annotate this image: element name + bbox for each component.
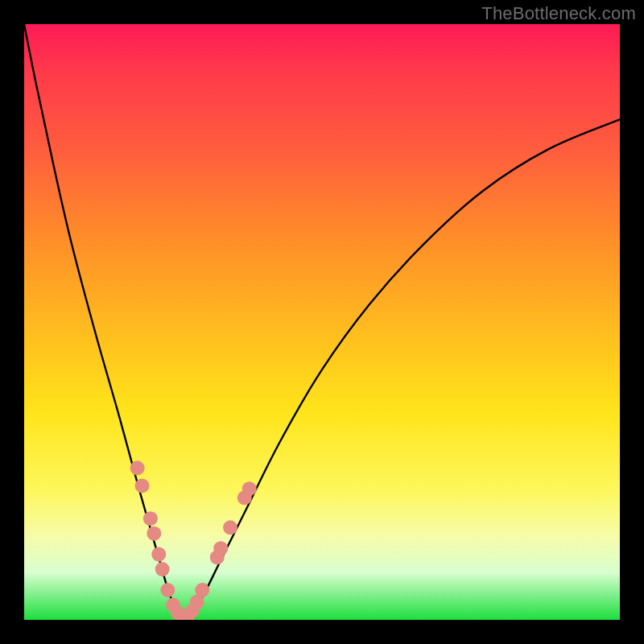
highlight-dot — [135, 479, 150, 493]
highlight-dot — [242, 481, 257, 496]
highlight-dot — [151, 547, 166, 562]
curve-svg — [24, 24, 620, 620]
highlight-dot — [213, 541, 228, 555]
bottleneck-curve — [24, 24, 620, 619]
plot-area — [24, 24, 620, 620]
highlight-dot — [143, 511, 158, 526]
highlight-dot — [130, 460, 145, 475]
highlight-dot — [147, 526, 161, 541]
chart-frame: TheBottleneck.com — [0, 0, 644, 644]
highlight-dots — [130, 460, 257, 620]
watermark-text: TheBottleneck.com — [481, 3, 636, 24]
highlight-dot — [160, 583, 175, 597]
highlight-dot — [223, 520, 237, 535]
highlight-dot — [195, 583, 209, 597]
highlight-dot — [155, 562, 170, 576]
